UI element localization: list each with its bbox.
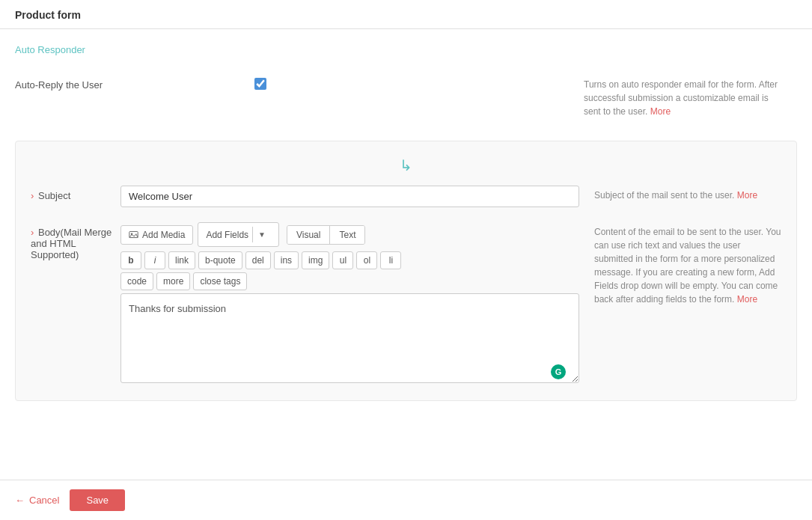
arrow-icon: ↳ [31, 156, 781, 174]
subject-row: › Subject Subject of the mail sent to th… [31, 186, 781, 207]
page-wrapper: Product form Auto Responder Auto-Reply t… [0, 0, 812, 520]
editor-container: Thanks for submission G [120, 293, 579, 385]
visual-button[interactable]: Visual [287, 226, 329, 244]
page-content: Auto Responder Auto-Reply the User Turns… [0, 29, 812, 480]
b-quote-button[interactable]: b-quote [198, 251, 242, 269]
body-textarea[interactable]: Thanks for submission [120, 293, 579, 383]
body-required-marker: › [31, 227, 34, 238]
auto-reply-more-link[interactable]: More [650, 106, 671, 117]
section-box: ↳ › Subject Subject of the mail sent to … [15, 141, 797, 401]
subject-more-link[interactable]: More [737, 190, 757, 201]
subject-hint: Subject of the mail sent to the user. Mo… [579, 186, 781, 202]
add-fields-dropdown-arrow[interactable]: ▼ [252, 227, 271, 242]
auto-reply-row: Auto-Reply the User Turns on auto respon… [15, 70, 797, 126]
add-media-button[interactable]: Add Media [120, 225, 193, 245]
editor-toolbar: Add Media Add Fields ▼ Visual Text [120, 222, 579, 247]
li-button[interactable]: li [380, 251, 401, 269]
save-button[interactable]: Save [70, 489, 125, 511]
page-title: Product form [15, 9, 81, 21]
subject-input-area [120, 186, 579, 207]
auto-reply-checkbox[interactable] [254, 78, 266, 90]
link-button[interactable]: link [168, 251, 195, 269]
media-icon [129, 230, 138, 239]
cancel-button[interactable]: ← Cancel [15, 495, 59, 506]
checkbox-wrapper [254, 78, 569, 90]
grammarly-icon: G [551, 364, 566, 379]
ol-button[interactable]: ol [356, 251, 377, 269]
format-bar: b i link b-quote del ins img ul ol li [120, 251, 579, 269]
subject-required-marker: › [31, 190, 34, 201]
bold-button[interactable]: b [120, 251, 141, 269]
auto-reply-label: Auto-Reply the User [15, 78, 254, 91]
section-title: Auto Responder [15, 44, 797, 55]
page-footer: ← Cancel Save [0, 480, 812, 520]
auto-reply-hint: Turns on auto responder email for the fo… [569, 78, 778, 118]
auto-reply-control [254, 78, 569, 90]
close-tags-button[interactable]: close tags [193, 272, 247, 290]
cancel-arrow: ← [15, 495, 25, 506]
body-row: › Body(Mail Merge and HTML Supported) Ad… [31, 222, 781, 385]
add-fields-button[interactable]: Add Fields ▼ [198, 222, 279, 247]
italic-button[interactable]: i [144, 251, 165, 269]
del-button[interactable]: del [245, 251, 271, 269]
body-hint: Content of the email to be sent to the u… [579, 222, 781, 306]
body-label: › Body(Mail Merge and HTML Supported) [31, 222, 120, 260]
visual-text-toggle: Visual Text [287, 225, 365, 245]
body-more-link[interactable]: More [737, 294, 757, 305]
ins-button[interactable]: ins [274, 251, 299, 269]
subject-input[interactable] [120, 186, 579, 207]
ul-button[interactable]: ul [332, 251, 353, 269]
code-button[interactable]: code [120, 272, 153, 290]
format-bar-2: code more close tags [120, 272, 579, 290]
more-button[interactable]: more [156, 272, 190, 290]
subject-label: › Subject [31, 186, 120, 201]
img-button[interactable]: img [302, 251, 329, 269]
body-editor-area: Add Media Add Fields ▼ Visual Text [120, 222, 579, 385]
text-button[interactable]: Text [329, 226, 364, 244]
page-header: Product form [0, 0, 812, 29]
